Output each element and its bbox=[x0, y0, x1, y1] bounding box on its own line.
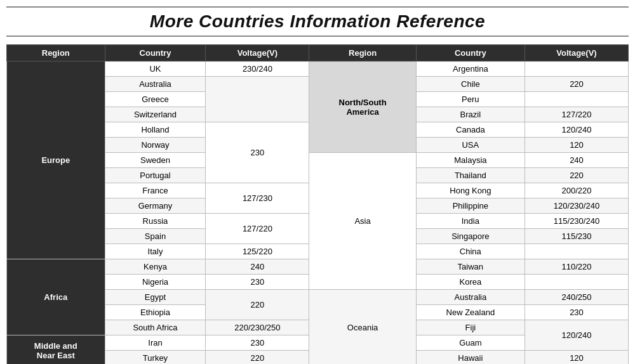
page-title: More Countries Information Reference bbox=[6, 6, 629, 37]
right-region-cell: Asia bbox=[309, 153, 416, 290]
right-country-cell: Malaysia bbox=[416, 153, 525, 168]
page-container: More Countries Information Reference Reg… bbox=[0, 0, 635, 364]
left-country-cell: Switzerland bbox=[105, 107, 206, 122]
left-voltage-cell: 220 bbox=[206, 290, 309, 320]
right-country-cell: Korea bbox=[416, 275, 525, 290]
right-voltage-cell: 120/240 bbox=[525, 320, 628, 351]
left-region-cell: Middle andNear East bbox=[7, 335, 105, 365]
right-voltage-cell bbox=[525, 92, 628, 107]
left-region-cell: Africa bbox=[7, 259, 105, 335]
right-voltage-cell: 127/220 bbox=[525, 107, 628, 122]
left-voltage-cell: 240 bbox=[206, 259, 309, 275]
right-voltage-cell: 240/250 bbox=[525, 290, 628, 305]
right-country-cell: Singapore bbox=[416, 229, 525, 244]
right-region-cell: Oceania bbox=[309, 290, 416, 365]
right-voltage-cell bbox=[525, 62, 628, 77]
header-voltage-right: Voltage(V) bbox=[525, 45, 628, 62]
left-voltage-cell: 220/230/250 bbox=[206, 320, 309, 335]
left-voltage-cell: 220 bbox=[206, 351, 309, 365]
right-country-cell: Hawaii bbox=[416, 351, 525, 365]
header-country-left: Country bbox=[105, 45, 206, 62]
right-voltage-cell: 115/230/240 bbox=[525, 214, 628, 229]
left-voltage-cell: 127/220 bbox=[206, 214, 309, 244]
left-voltage-cell bbox=[206, 77, 309, 122]
right-country-cell: Philippine bbox=[416, 198, 525, 214]
right-country-cell: Chile bbox=[416, 77, 525, 92]
left-country-cell: Nigeria bbox=[105, 275, 206, 290]
left-country-cell: Sweden bbox=[105, 153, 206, 168]
left-voltage-cell: 127/230 bbox=[206, 183, 309, 214]
left-country-cell: UK bbox=[105, 62, 206, 77]
right-country-cell: Guam bbox=[416, 335, 525, 351]
left-country-cell: Portugal bbox=[105, 168, 206, 183]
right-voltage-cell: 220 bbox=[525, 168, 628, 183]
left-region-cell: Europe bbox=[7, 62, 105, 259]
right-voltage-cell: 110/220 bbox=[525, 259, 628, 275]
right-country-cell: China bbox=[416, 244, 525, 259]
left-country-cell: Egypt bbox=[105, 290, 206, 305]
right-country-cell: Thailand bbox=[416, 168, 525, 183]
header-country-right: Country bbox=[416, 45, 525, 62]
left-country-cell: Ethiopia bbox=[105, 305, 206, 320]
left-country-cell: Germany bbox=[105, 198, 206, 214]
right-country-cell: Fiji bbox=[416, 320, 525, 335]
left-country-cell: Iran bbox=[105, 335, 206, 351]
right-voltage-cell: 240 bbox=[525, 153, 628, 168]
left-country-cell: Turkey bbox=[105, 351, 206, 365]
right-country-cell: Argentina bbox=[416, 62, 525, 77]
right-voltage-cell: 115/230 bbox=[525, 229, 628, 244]
left-voltage-cell: 230/240 bbox=[206, 62, 309, 77]
right-country-cell: Australia bbox=[416, 290, 525, 305]
header-voltage-left: Voltage(V) bbox=[206, 45, 309, 62]
left-voltage-cell: 230 bbox=[206, 275, 309, 290]
right-voltage-cell: 200/220 bbox=[525, 183, 628, 198]
header-region-left: Region bbox=[7, 45, 105, 62]
right-country-cell: New Zealand bbox=[416, 305, 525, 320]
right-country-cell: Canada bbox=[416, 122, 525, 138]
left-country-cell: Australia bbox=[105, 77, 206, 92]
right-voltage-cell: 120 bbox=[525, 351, 628, 365]
right-country-cell: Hong Kong bbox=[416, 183, 525, 198]
left-voltage-cell: 230 bbox=[206, 335, 309, 351]
right-country-cell: USA bbox=[416, 138, 525, 153]
left-country-cell: Russia bbox=[105, 214, 206, 229]
main-table: Region Country Voltage(V) Region Country… bbox=[6, 44, 629, 364]
right-voltage-cell: 120/230/240 bbox=[525, 198, 628, 214]
right-country-cell: India bbox=[416, 214, 525, 229]
left-voltage-cell: 230 bbox=[206, 122, 309, 183]
left-voltage-cell: 125/220 bbox=[206, 244, 309, 259]
right-voltage-cell: 220 bbox=[525, 77, 628, 92]
right-voltage-cell: 120/240 bbox=[525, 122, 628, 138]
left-country-cell: Holland bbox=[105, 122, 206, 138]
header-region-right: Region bbox=[309, 45, 416, 62]
right-voltage-cell bbox=[525, 244, 628, 259]
left-country-cell: Greece bbox=[105, 92, 206, 107]
right-voltage-cell: 230 bbox=[525, 305, 628, 320]
right-region-cell: North/SouthAmerica bbox=[309, 62, 416, 153]
right-voltage-cell: 120 bbox=[525, 138, 628, 153]
left-country-cell: Norway bbox=[105, 138, 206, 153]
right-country-cell: Brazil bbox=[416, 107, 525, 122]
right-country-cell: Peru bbox=[416, 92, 525, 107]
left-country-cell: South Africa bbox=[105, 320, 206, 335]
left-country-cell: Kenya bbox=[105, 259, 206, 275]
left-country-cell: Italy bbox=[105, 244, 206, 259]
left-country-cell: France bbox=[105, 183, 206, 198]
left-country-cell: Spain bbox=[105, 229, 206, 244]
right-country-cell: Taiwan bbox=[416, 259, 525, 275]
right-voltage-cell bbox=[525, 275, 628, 290]
